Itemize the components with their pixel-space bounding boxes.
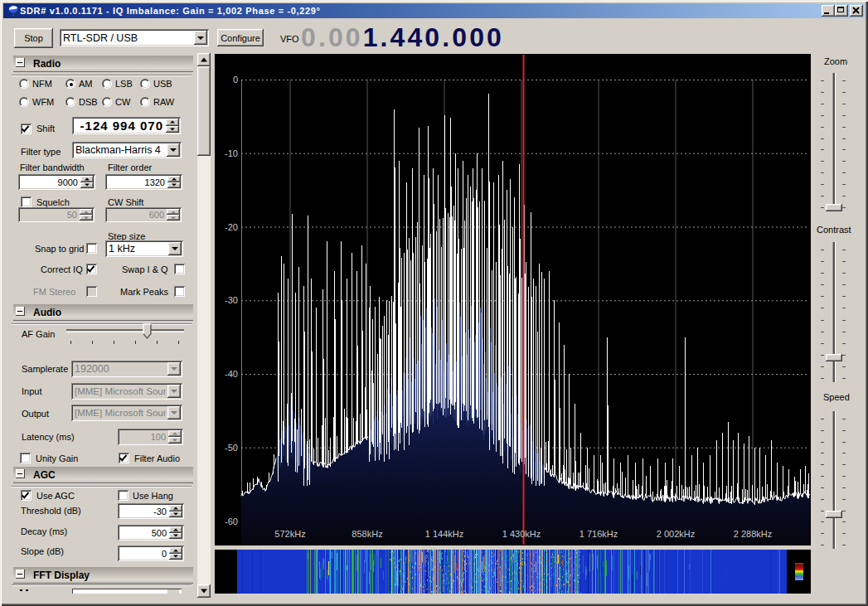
svg-text:-40: -40 [225, 369, 238, 379]
svg-text:-20: -20 [225, 222, 238, 232]
svg-text:-50: -50 [225, 443, 238, 453]
svg-text:-30: -30 [225, 295, 238, 305]
svg-text:-10: -10 [225, 148, 238, 158]
svg-text:-60: -60 [225, 516, 238, 526]
svg-text:1 144kHz: 1 144kHz [425, 529, 463, 539]
svg-text:1 430kHz: 1 430kHz [502, 529, 541, 539]
svg-text:858kHz: 858kHz [352, 529, 382, 539]
svg-text:0: 0 [233, 75, 238, 85]
svg-text:2 288kHz: 2 288kHz [734, 529, 772, 539]
svg-text:1 716kHz: 1 716kHz [579, 529, 618, 539]
svg-text:2 002kHz: 2 002kHz [657, 529, 695, 539]
svg-text:572kHz: 572kHz [274, 529, 305, 539]
